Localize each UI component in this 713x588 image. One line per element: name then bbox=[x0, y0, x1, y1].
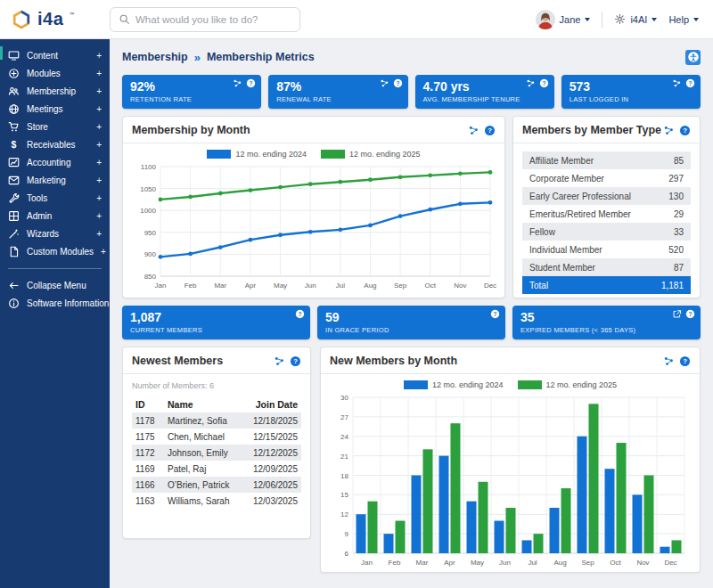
svg-text:30: 30 bbox=[340, 394, 348, 402]
sidebar-item-label: Content bbox=[27, 51, 58, 61]
breadcrumb-membership[interactable]: Membership bbox=[122, 51, 188, 63]
monitor-icon bbox=[8, 50, 20, 61]
sidebar-item-label: Meetings bbox=[27, 104, 63, 114]
kpi-card-in-grace-period: ?59IN GRACE PERIOD bbox=[317, 306, 505, 339]
help-icon[interactable]: ? bbox=[539, 78, 549, 88]
member-name: Martinez, Sofia bbox=[168, 416, 244, 426]
info-icon bbox=[8, 298, 20, 309]
expand-plus-icon[interactable]: + bbox=[96, 176, 102, 185]
gear-icon bbox=[614, 13, 626, 25]
kpi-row-mid: ?1,087CURRENT MEMBERS?59IN GRACE PERIOD?… bbox=[122, 306, 701, 339]
sidebar-accent bbox=[0, 46, 3, 60]
help-icon[interactable]: ? bbox=[295, 309, 305, 319]
expand-plus-icon[interactable]: + bbox=[96, 158, 102, 167]
table-row[interactable]: 1169Patel, Raj12/09/2025 bbox=[132, 461, 301, 477]
sidebar-item-tools[interactable]: Tools+ bbox=[0, 189, 110, 207]
sidebar-item-membership[interactable]: Membership+ bbox=[0, 82, 110, 100]
expand-plus-icon[interactable]: + bbox=[101, 247, 106, 257]
member-join-date: 12/06/2025 bbox=[244, 480, 298, 490]
external-link-icon[interactable] bbox=[672, 309, 682, 319]
expand-plus-icon[interactable]: + bbox=[96, 229, 102, 239]
member-id: 1175 bbox=[135, 432, 168, 442]
expand-plus-icon[interactable]: + bbox=[96, 51, 102, 61]
sidebar-divider bbox=[8, 268, 102, 269]
legend-swatch bbox=[518, 380, 542, 389]
member-id: 1178 bbox=[135, 416, 168, 426]
logo[interactable]: i4a ™ bbox=[11, 9, 110, 30]
kpi-label: CURRENT MEMBERS bbox=[130, 326, 302, 334]
sidebar-item-label: Admin bbox=[27, 211, 52, 221]
help-icon[interactable]: ? bbox=[685, 78, 695, 88]
help-icon[interactable]: ? bbox=[679, 355, 691, 367]
sidebar-item-store[interactable]: Store+ bbox=[0, 118, 110, 135]
share-nodes-icon[interactable] bbox=[233, 78, 242, 88]
search-input[interactable] bbox=[135, 14, 291, 25]
table-row[interactable]: 1175Chen, Michael12/15/2025 bbox=[132, 429, 301, 445]
sidebar-item-software-information[interactable]: Software Information bbox=[0, 294, 110, 312]
total-value: 1,181 bbox=[661, 281, 684, 290]
svg-text:Aug: Aug bbox=[553, 559, 566, 567]
line-chart-legend: 12 mo. ending 202412 mo. ending 2025 bbox=[123, 143, 504, 159]
svg-text:24: 24 bbox=[340, 433, 348, 441]
share-nodes-icon[interactable] bbox=[663, 125, 675, 136]
sidebar-item-marketing[interactable]: Marketing+ bbox=[0, 171, 110, 189]
sidebar-item-custom-modules[interactable]: Custom Modules+ bbox=[0, 242, 110, 260]
legend-label: 12 mo. ending 2025 bbox=[546, 380, 618, 389]
newest-members-table: IDNameJoin Date1178Martinez, Sofia12/18/… bbox=[132, 396, 301, 509]
wrench-icon bbox=[8, 192, 20, 204]
sidebar-item-content[interactable]: Content+ bbox=[0, 46, 110, 64]
svg-text:Feb: Feb bbox=[389, 559, 401, 567]
svg-text:Mar: Mar bbox=[416, 559, 429, 567]
expand-plus-icon[interactable]: + bbox=[96, 69, 102, 78]
sidebar-item-wizards[interactable]: Wizards+ bbox=[0, 225, 110, 242]
kpi-label: RENEWAL RATE bbox=[276, 95, 399, 103]
help-icon[interactable]: ? bbox=[484, 125, 496, 136]
help-menu[interactable]: Help bbox=[668, 14, 699, 25]
search-bar[interactable] bbox=[110, 7, 300, 32]
expand-plus-icon[interactable]: + bbox=[96, 140, 102, 150]
accessibility-button[interactable] bbox=[685, 50, 701, 65]
sidebar-item-accounting[interactable]: Accounting+ bbox=[0, 153, 110, 171]
share-nodes-icon[interactable] bbox=[663, 355, 675, 367]
help-icon[interactable]: ? bbox=[679, 125, 691, 136]
ai-menu[interactable]: i4AI bbox=[614, 13, 657, 25]
table-row[interactable]: 1166O’Brien, Patrick12/06/2025 bbox=[132, 477, 301, 493]
expand-plus-icon[interactable]: + bbox=[96, 211, 102, 221]
sidebar-item-admin[interactable]: Admin+ bbox=[0, 207, 110, 225]
expand-plus-icon[interactable]: + bbox=[96, 193, 102, 203]
sidebar-item-meetings[interactable]: Meetings+ bbox=[0, 100, 110, 118]
share-nodes-icon[interactable] bbox=[380, 78, 389, 88]
member-id: 1166 bbox=[135, 480, 168, 490]
sidebar-item-receivables[interactable]: $Receivables+ bbox=[0, 135, 110, 153]
help-icon[interactable]: ? bbox=[490, 309, 500, 319]
panel-title: Newest Members bbox=[132, 355, 223, 367]
expand-plus-icon[interactable]: + bbox=[96, 104, 102, 114]
member-type-label: Early Career Professional bbox=[529, 192, 631, 201]
kpi-icons: ? bbox=[672, 309, 695, 319]
help-icon[interactable]: ? bbox=[246, 78, 256, 88]
legend-label: 12 mo. ending 2024 bbox=[432, 380, 504, 389]
membership-by-month-chart: 850900950100010501100JanFebMarAprMayJunJ… bbox=[123, 159, 504, 296]
panel-title: New Members by Month bbox=[330, 355, 457, 367]
member-join-date: 12/09/2025 bbox=[244, 464, 298, 474]
table-row[interactable]: 1163Williams, Sarah12/03/2025 bbox=[132, 493, 301, 509]
sidebar-item-label: Membership bbox=[27, 86, 76, 96]
share-nodes-icon[interactable] bbox=[274, 355, 285, 367]
sidebar-item-collapse-menu[interactable]: Collapse Menu bbox=[0, 276, 110, 294]
table-row[interactable]: 1172Johnson, Emily12/12/2025 bbox=[132, 445, 301, 461]
help-icon[interactable]: ? bbox=[393, 78, 403, 88]
expand-plus-icon[interactable]: + bbox=[96, 122, 102, 132]
user-menu[interactable]: Jane bbox=[536, 10, 591, 29]
sidebar-item-modules[interactable]: Modules+ bbox=[0, 64, 110, 82]
help-icon[interactable]: ? bbox=[685, 309, 695, 319]
main-content: Membership » Membership Metrics ?92%RETE… bbox=[110, 39, 713, 588]
table-row[interactable]: 1178Martinez, Sofia12/18/2025 bbox=[132, 412, 301, 429]
help-icon[interactable]: ? bbox=[290, 355, 301, 367]
share-nodes-icon[interactable] bbox=[468, 125, 479, 136]
share-nodes-icon[interactable] bbox=[672, 78, 682, 88]
new-members-by-month-panel: New Members by Month ? 12 mo. ending 202… bbox=[320, 347, 701, 573]
sidebar-item-label: Software Information bbox=[27, 298, 109, 308]
chevron-down-icon bbox=[693, 18, 699, 21]
expand-plus-icon[interactable]: + bbox=[96, 86, 102, 96]
share-nodes-icon[interactable] bbox=[526, 78, 536, 88]
